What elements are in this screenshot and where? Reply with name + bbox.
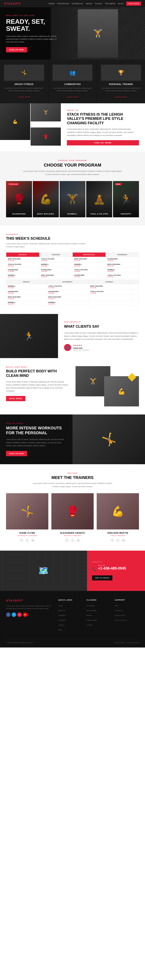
- contact-call-label: CALL US:: [98, 565, 126, 566]
- nav-programs[interactable]: PROGRAMS: [57, 3, 70, 5]
- footer-instagram[interactable]: in: [18, 612, 22, 617]
- intense-cta-button[interactable]: SIGN UP NOW: [6, 451, 27, 456]
- feature-community-link[interactable]: LEARN MORE: [66, 96, 79, 98]
- nav-schedule[interactable]: SCHEDULE: [72, 3, 83, 5]
- footer-bottom-terms[interactable]: Terms of Service: [127, 642, 139, 643]
- program-kickboxing-tag: POPULAR: [8, 183, 19, 185]
- footer-link-terms[interactable]: Terms of Service: [115, 619, 127, 621]
- schedule-col-thursday: THURSDAY: [106, 253, 139, 257]
- program-yoga[interactable]: 🧘 YOGA & PILATES: [86, 181, 112, 217]
- program-kickboxing-label: KICKBOXING: [6, 213, 32, 215]
- trainer-sheldon-instagram[interactable]: in: [121, 538, 126, 542]
- trainer-sheldon-facebook[interactable]: f: [110, 538, 115, 542]
- schedule-cell-empty-3: [130, 295, 139, 301]
- nav-home[interactable]: HOME: [49, 3, 55, 5]
- program-crossfit-label: CROSSFIT: [113, 213, 139, 215]
- trainer-diane-twitter[interactable]: t: [25, 538, 29, 542]
- schedule-cell-thu-3: BARBELL 11:00 AM: [106, 268, 139, 273]
- footer-link-trainers[interactable]: Trainers: [58, 624, 64, 626]
- trainer-alexander-facebook[interactable]: f: [65, 538, 69, 542]
- schedule-title: THIS WEEK'S SCHEDULE: [6, 237, 139, 241]
- nav-pages[interactable]: PAGES: [95, 3, 102, 5]
- footer-copyright: © 2024 StackFit. All Rights Reserved.: [6, 642, 33, 643]
- schedule-row-fri-2: KICKBOXING 09:00 AM KICKBOXING 09:00 AM …: [6, 290, 139, 295]
- trainer-alexander-name: ALEXANDER GRANTS: [51, 532, 94, 534]
- schedule-cell-sat-1: YOGA & PILATES 07:00 AM: [46, 284, 88, 290]
- schedule-row-4: BARBELL 01:00 PM BODY BUILDING 01:00 PM …: [6, 273, 139, 279]
- schedule-header: SCHEDULE THIS WEEK'S SCHEDULE Lorem ipsu…: [6, 234, 139, 248]
- features-section: 🤸 GROUP FITNESS Lorem ipsum dolor sit am…: [0, 60, 145, 103]
- schedule-cell-wed-2: BARBELL 09:00 AM: [72, 262, 106, 268]
- contact-map: 🗺️: [0, 550, 87, 591]
- program-kickboxing-overlay: [6, 181, 32, 217]
- footer-classes-col: CLASSES Kickboxing Body Building Barbell…: [87, 599, 111, 632]
- footer-link-contact[interactable]: Contact Us: [115, 609, 123, 611]
- footer-link-crossfit[interactable]: Crossfit: [87, 624, 92, 626]
- about-label: ABOUT US: [67, 109, 139, 111]
- schedule-col-sunday: SUNDAY: [88, 280, 130, 284]
- schedule-row-1: BODY BUILDING 07:00 AM YOGA & PILATES 07…: [6, 257, 139, 262]
- footer-link-faq[interactable]: FAQ: [115, 605, 118, 607]
- trainer-alexander-instagram[interactable]: in: [76, 538, 80, 542]
- contact-section: 🗺️ CONTACT 📞 CALL US: +1-438-489-0945 GE…: [0, 550, 145, 591]
- programs-grid: 🥊 POPULAR KICKBOXING 💪 BODY BUILDING 🏋️ …: [6, 181, 139, 217]
- footer-link-blog[interactable]: Blog: [58, 629, 62, 631]
- footer-link-schedule[interactable]: Schedule: [58, 619, 65, 621]
- footer-link-home[interactable]: Home: [58, 605, 63, 607]
- schedule-cell-tue-4: BODY BUILDING 01:00 PM: [39, 273, 72, 279]
- trainer-sheldon-twitter[interactable]: t: [116, 538, 120, 542]
- footer-link-programs[interactable]: Programs: [58, 614, 65, 616]
- trainer-diane-instagram[interactable]: in: [30, 538, 35, 542]
- program-crossfit[interactable]: 🏃 NEW CROSSFIT: [113, 181, 139, 217]
- intense-image: 🤸: [72, 414, 145, 464]
- footer-link-about[interactable]: About Us: [58, 609, 65, 611]
- testimonial-text: Lorem ipsum dolor sit amet, consectetur …: [64, 331, 139, 341]
- schedule-cell-wed-4: KICKBOXING 01:00 PM: [72, 273, 106, 279]
- schedule-cell-fri-3: BODY BUILDING 11:00 AM: [6, 295, 47, 301]
- feature-trainer-link[interactable]: LEARN MORE: [115, 96, 127, 98]
- feature-group-fitness: 🤸 GROUP FITNESS Lorem ipsum dolor sit am…: [0, 60, 48, 103]
- nav-trainers[interactable]: TRAINERS: [105, 3, 116, 5]
- footer-facebook[interactable]: f: [6, 612, 11, 617]
- about-title: STACK FITNESS IS THE LEHIGH VALLEY'S PRE…: [67, 112, 139, 126]
- footer-link-privacy[interactable]: Privacy Policy: [115, 614, 125, 616]
- footer-link-barbell[interactable]: Barbell: [87, 614, 92, 616]
- trainer-sheldon-role: YOGA TRAINER: [97, 535, 139, 536]
- trainer-sheldon-social: f t in: [97, 538, 139, 542]
- footer-link-kickboxing[interactable]: Kickboxing: [87, 605, 94, 607]
- schedule-col-empty: [130, 280, 139, 284]
- feature-group-link[interactable]: LEARN MORE: [18, 96, 30, 98]
- nav-join-button[interactable]: JOIN NOW: [126, 2, 141, 6]
- schedule-cell-wed-3: YOGA & PILATES 11:00 AM: [72, 268, 106, 273]
- feature-trainer-title: PERSONAL TRAINER: [101, 83, 141, 85]
- trainer-sheldon: 💪 SHELDON MASTIN YOGA TRAINER f t in: [97, 493, 139, 542]
- nav-about[interactable]: ABOUT: [86, 3, 93, 5]
- trainer-alexander-twitter[interactable]: t: [70, 538, 75, 542]
- intense-content: JOIN US TODAY MORE INTENSE WORKOUTS FOR …: [0, 414, 72, 464]
- footer-twitter[interactable]: t: [12, 612, 16, 617]
- trainer-sheldon-img: 💪: [97, 493, 139, 530]
- footer-link-body-building[interactable]: Body Building: [87, 609, 96, 611]
- feature-community-img: 👥: [53, 65, 92, 81]
- build-cta-button[interactable]: READ MORE: [6, 396, 25, 401]
- footer-youtube[interactable]: ▶: [23, 612, 27, 617]
- footer-quick-links-col: QUICK LINKS Home About Us Programs Sched…: [58, 599, 83, 632]
- footer-quick-links-list: Home About Us Programs Schedule Trainers…: [58, 603, 83, 631]
- intense-section: JOIN US TODAY MORE INTENSE WORKOUTS FOR …: [0, 414, 145, 464]
- feature-group-desc: Lorem ipsum dolor sit amet, consectetur …: [4, 87, 44, 92]
- hero-cta-button[interactable]: SIGN UP NOW: [6, 47, 27, 52]
- program-barbell[interactable]: 🏋️ BARBELL: [60, 181, 86, 217]
- intense-title: MORE INTENSE WORKOUTS FOR THE PERSONAL: [6, 426, 67, 435]
- footer-link-yoga[interactable]: Yoga & Pilates: [87, 619, 97, 621]
- contact-cta-button[interactable]: GET IN TOUCH: [92, 575, 112, 581]
- testimonial-label: TESTIMONIALS: [64, 321, 139, 323]
- hero-section: 🏋️ WELCOME TO THE GYM READY, SET, SWEAT.…: [0, 7, 145, 60]
- program-kickboxing[interactable]: 🥊 POPULAR KICKBOXING: [6, 181, 32, 217]
- about-cta-button[interactable]: FIND OUT MORE: [67, 140, 139, 145]
- testimonial-section: 🏃 TESTIMONIALS WHAT CLIENTS SAY Lorem ip…: [0, 314, 145, 358]
- trainer-diane-facebook[interactable]: f: [19, 538, 24, 542]
- nav-blog[interactable]: BLOG: [118, 3, 124, 5]
- footer-bottom-privacy[interactable]: Privacy Policy: [115, 642, 125, 643]
- testimonial-content: TESTIMONIALS WHAT CLIENTS SAY Lorem ipsu…: [58, 314, 145, 358]
- program-body-building[interactable]: 💪 BODY BUILDING: [33, 181, 59, 217]
